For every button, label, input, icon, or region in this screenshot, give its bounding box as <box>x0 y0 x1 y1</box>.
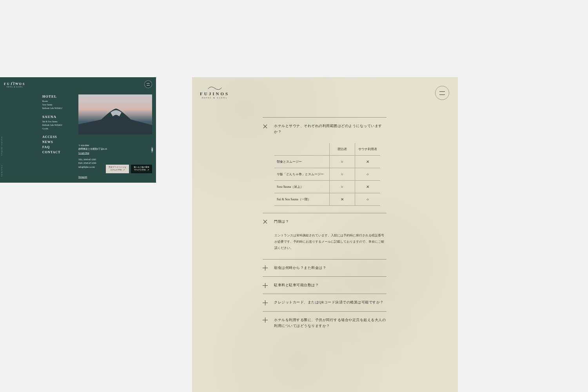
faq-question-text: 門限は？ <box>274 219 387 225</box>
table-cell-mark <box>355 155 380 168</box>
menu-heading-hotel: HOTEL <box>42 94 71 98</box>
reserve-hotel-line1: 完全プライベートな <box>109 166 126 168</box>
brand-mark-icon <box>11 79 19 82</box>
faq-question-text: 駐車料と駐車可能台数は？ <box>274 282 387 288</box>
expand-icon[interactable] <box>263 318 268 323</box>
faq-item-parking: 駐車料と駐車可能台数は？ <box>263 276 387 294</box>
faq-question-text: 朝食は何時から？また料金は？ <box>274 265 387 271</box>
table-cell-mark <box>329 180 355 193</box>
cross-icon <box>366 185 369 189</box>
menu-toggle-button[interactable] <box>144 80 152 88</box>
reserve-sauna-line2: サウナの予約 <box>134 169 146 171</box>
table-cell-label: サ飯「どんちゃ巻」とスムージー <box>274 168 329 180</box>
nav-contact[interactable]: CONTACT <box>42 151 71 154</box>
expand-icon[interactable] <box>263 300 268 305</box>
reserve-sauna-line1: 選べる三種の薬草 <box>134 166 149 168</box>
table-row: サ飯「どんちゃ巻」とスムージー <box>274 168 380 180</box>
external-link-icon: ↗ <box>147 169 149 171</box>
menu-link-sui-sou-sauna[interactable]: Sui & Sou Sauna <box>42 120 71 123</box>
collapse-icon[interactable] <box>263 123 268 129</box>
side-label-bottom: FUJINOS <box>1 165 3 177</box>
brand-name: FUJINOS <box>200 91 229 96</box>
address-tel: TEL | 0545-67-2305 <box>78 158 152 162</box>
table-cell-label: Sui & Sou Sauna（一階） <box>274 193 329 205</box>
table-header-sauna: サウナ利用者 <box>355 143 380 156</box>
side-label-top: SAUNA/HOTEL <box>1 137 3 156</box>
table-cell-mark <box>355 180 380 193</box>
faq-item-usage-scope: ホテルとサウナ、それぞれの利用範囲はどのようになっていますか？ <box>263 117 387 141</box>
table-row: Sora Sauna（屋上） <box>274 180 380 193</box>
menu-link-sora-sauna[interactable]: Sora Sauna <box>42 103 71 106</box>
table-cell-mark <box>329 193 355 205</box>
cross-icon <box>341 197 344 201</box>
circle-icon <box>367 197 369 201</box>
expand-icon[interactable] <box>263 265 268 270</box>
brand-logo[interactable]: FUJINOS HOTEL & SAUNA <box>200 85 229 99</box>
table-cell-label: Sora Sauna（屋上） <box>274 180 329 193</box>
brand-tagline: HOTEL & SAUNA <box>202 97 228 99</box>
table-cell-mark <box>329 168 355 180</box>
reserve-hotel-button[interactable]: 完全プライベートな ホテルの予約 ↗ <box>106 165 129 173</box>
menu-link-refresh-cafe-2[interactable]: Refresh Cafe NUKKU <box>42 124 71 126</box>
instagram-link[interactable]: Instagram <box>78 176 87 178</box>
menu-heading-sauna: SAUNA <box>42 115 71 119</box>
usage-scope-table: 宿泊者 サウナ利用者 朝食とスムージーサ飯「どんちゃ巻」とスムージーSora S… <box>274 143 380 206</box>
faq-question-text: ホテルとサウナ、それぞれの利用範囲はどのようになっていますか？ <box>274 123 387 135</box>
table-cell-mark <box>355 193 380 205</box>
brand-mark-icon <box>207 85 222 90</box>
faq-item-breakfast: 朝食は何時から？また料金は？ <box>263 259 387 276</box>
google-map-link[interactable]: Google Map <box>78 151 152 155</box>
menu-site-card: FUJINOS HOTEL & SAUNA SAUNA/HOTEL FUJINO… <box>0 77 156 183</box>
table-header-empty <box>274 143 329 156</box>
faq-answer-text: エントランスは常時施錠されています。入館には予約時に発行される暗証番号が必要です… <box>263 230 387 259</box>
circle-icon <box>341 185 343 189</box>
nav-access[interactable]: ACCESS <box>42 135 71 139</box>
nav-faq[interactable]: FAQ <box>42 145 71 149</box>
table-row: 朝食とスムージー <box>274 155 380 168</box>
collapse-icon[interactable] <box>263 219 268 224</box>
expand-icon[interactable] <box>263 283 268 288</box>
faq-question-text: ホテルを利用する際に、子供が同行する場合や定員を超える大人の利用についてはどうな… <box>274 317 387 329</box>
reserve-hotel-line2: ホテルの予約 <box>110 169 122 171</box>
circle-icon <box>367 172 369 176</box>
menu-link-refresh-cafe[interactable]: Refresh Cafe NUKKU <box>42 107 71 109</box>
address-postal: 〒416-0944 <box>78 144 152 147</box>
brand-tagline: HOTEL & SAUNA <box>7 86 23 88</box>
external-link-icon: ↗ <box>123 169 125 171</box>
brand-logo[interactable]: FUJINOS HOTEL & SAUNA <box>4 79 25 88</box>
cross-icon <box>366 160 369 164</box>
circle-icon <box>341 160 343 164</box>
faq-question-text: クレジットカード、またはQRコード決済での精算は可能ですか？ <box>274 299 387 305</box>
hero-image <box>78 94 152 134</box>
address-line: 静岡県富士市横割4丁目6-24 <box>78 147 152 151</box>
faq-item-children-capacity: ホテルを利用する際に、子供が同行する場合や定員を超える大人の利用についてはどうな… <box>263 311 387 335</box>
faq-page-card: FUJINOS HOTEL & SAUNA ホテルとサウナ、それぞれの利用範囲は… <box>192 77 458 392</box>
table-cell-mark <box>355 168 380 180</box>
table-row: Sui & Sou Sauna（一階） <box>274 193 380 205</box>
faq-item-payment: クレジットカード、またはQRコード決済での精算は可能ですか？ <box>263 294 387 311</box>
reserve-sauna-button[interactable]: 選べる三種の薬草 サウナの予約 ↗ <box>131 165 152 173</box>
table-cell-mark <box>329 155 355 168</box>
menu-link-room[interactable]: Room <box>42 100 71 102</box>
menu-link-goods[interactable]: Goods <box>42 127 71 130</box>
table-header-guest: 宿泊者 <box>329 143 355 156</box>
nav-news[interactable]: NEWS <box>42 140 71 144</box>
menu-toggle-button[interactable] <box>435 86 449 100</box>
table-cell-label: 朝食とスムージー <box>274 155 329 168</box>
circle-icon <box>341 172 343 176</box>
brand-name: FUJINOS <box>4 82 25 86</box>
faq-item-curfew: 門限は？ <box>263 213 387 230</box>
